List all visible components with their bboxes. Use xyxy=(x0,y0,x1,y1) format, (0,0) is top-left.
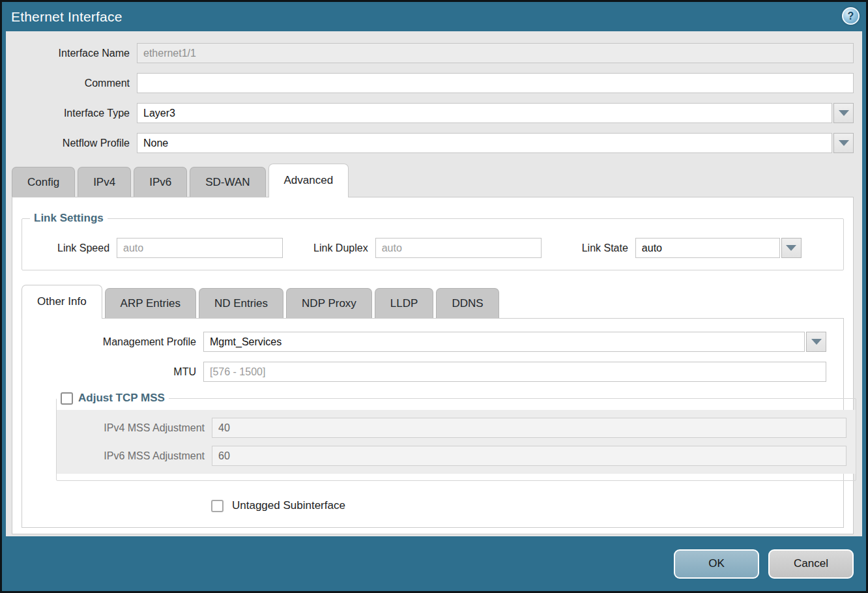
link-state-group: Link State xyxy=(582,238,802,258)
ipv6-mss-row: IPv6 MSS Adjustment xyxy=(57,446,846,466)
tab-ndp-proxy[interactable]: NDP Proxy xyxy=(286,288,372,318)
tab-arp-entries[interactable]: ARP Entries xyxy=(105,288,196,318)
interface-type-field[interactable] xyxy=(137,103,832,123)
link-settings-legend: Link Settings xyxy=(30,212,108,225)
untagged-subinterface-checkbox[interactable] xyxy=(211,500,224,512)
link-state-label: Link State xyxy=(582,242,635,254)
interface-name-field xyxy=(137,43,854,63)
other-info-panel: Management Profile MTU Adjust TCP MSS xyxy=(22,318,844,528)
main-tab-bar: Config IPv4 IPv6 SD-WAN Advanced xyxy=(12,163,854,197)
adjust-tcp-mss-legend-text: Adjust TCP MSS xyxy=(78,392,165,405)
tab-advanced[interactable]: Advanced xyxy=(268,164,349,197)
dialog-title: Ethernet Interface xyxy=(11,9,123,25)
link-speed-group: Link Speed xyxy=(57,238,283,258)
tab-sdwan[interactable]: SD-WAN xyxy=(190,167,265,197)
tab-ipv4[interactable]: IPv4 xyxy=(78,167,131,197)
link-settings-fieldset: Link Settings Link Speed Link Duplex Lin… xyxy=(22,212,844,270)
link-speed-label: Link Speed xyxy=(57,242,117,254)
link-settings-row: Link Speed Link Duplex Link State xyxy=(30,233,835,259)
ethernet-interface-dialog: Ethernet Interface ? Interface Name Comm… xyxy=(0,0,868,593)
tab-lldp[interactable]: LLDP xyxy=(375,288,434,318)
management-profile-label: Management Profile xyxy=(39,336,203,348)
mss-disabled-block: IPv4 MSS Adjustment IPv6 MSS Adjustment xyxy=(57,410,856,474)
comment-field[interactable] xyxy=(137,73,854,93)
comment-row: Comment xyxy=(12,73,854,93)
ipv6-mss-field xyxy=(212,446,846,466)
link-state-field[interactable] xyxy=(635,238,780,258)
help-glyph: ? xyxy=(848,10,854,22)
link-speed-field[interactable] xyxy=(117,238,283,258)
netflow-profile-field[interactable] xyxy=(137,133,832,153)
tab-ddns[interactable]: DDNS xyxy=(436,288,499,318)
tab-other-info[interactable]: Other Info xyxy=(22,285,102,319)
ok-button[interactable]: OK xyxy=(674,549,759,579)
interface-name-label: Interface Name xyxy=(12,48,137,59)
link-duplex-group: Link Duplex xyxy=(313,238,542,258)
interface-type-dropdown-button[interactable] xyxy=(833,103,854,123)
chevron-down-icon xyxy=(811,339,822,345)
ipv4-mss-field xyxy=(212,418,846,438)
adjust-tcp-mss-legend: Adjust TCP MSS xyxy=(57,392,169,405)
advanced-tab-panel: Link Settings Link Speed Link Duplex Lin… xyxy=(12,197,854,534)
link-duplex-field[interactable] xyxy=(375,238,542,258)
help-icon[interactable]: ? xyxy=(842,7,860,25)
untagged-subinterface-row: Untagged Subinterface xyxy=(211,499,826,512)
mtu-label: MTU xyxy=(39,366,203,378)
untagged-subinterface-label: Untagged Subinterface xyxy=(232,499,345,512)
link-duplex-label: Link Duplex xyxy=(313,242,375,254)
chevron-down-icon xyxy=(839,110,849,116)
management-profile-row: Management Profile xyxy=(39,332,826,352)
netflow-profile-label: Netflow Profile xyxy=(12,137,137,149)
dialog-footer: OK Cancel xyxy=(2,536,866,591)
netflow-profile-dropdown-button[interactable] xyxy=(833,133,854,153)
interface-type-row: Interface Type xyxy=(12,103,854,123)
other-info-tab-bar: Other Info ARP Entries ND Entries NDP Pr… xyxy=(22,284,844,318)
chevron-down-icon xyxy=(786,245,796,251)
adjust-tcp-mss-checkbox[interactable] xyxy=(61,392,73,405)
adjust-tcp-mss-fieldset: Adjust TCP MSS IPv4 MSS Adjustment IPv6 … xyxy=(56,392,856,481)
management-profile-dropdown-button[interactable] xyxy=(806,332,826,352)
ipv4-mss-row: IPv4 MSS Adjustment xyxy=(57,418,846,438)
mtu-field[interactable] xyxy=(203,362,826,382)
tab-ipv6[interactable]: IPv6 xyxy=(134,167,187,197)
mtu-row: MTU xyxy=(39,362,826,382)
tab-nd-entries[interactable]: ND Entries xyxy=(199,288,283,318)
interface-name-row: Interface Name xyxy=(12,43,854,63)
ipv4-mss-label: IPv4 MSS Adjustment xyxy=(57,422,212,434)
chevron-down-icon xyxy=(839,140,849,146)
interface-type-label: Interface Type xyxy=(12,108,137,119)
tab-config[interactable]: Config xyxy=(12,167,75,197)
dialog-body: Interface Name Comment Interface Type Ne… xyxy=(6,31,862,536)
management-profile-field[interactable] xyxy=(203,332,805,352)
netflow-profile-row: Netflow Profile xyxy=(12,133,854,153)
link-state-dropdown-button[interactable] xyxy=(781,238,802,258)
ipv6-mss-label: IPv6 MSS Adjustment xyxy=(57,450,212,462)
cancel-button[interactable]: Cancel xyxy=(768,549,854,579)
dialog-titlebar: Ethernet Interface ? xyxy=(2,2,866,31)
comment-label: Comment xyxy=(12,78,137,89)
